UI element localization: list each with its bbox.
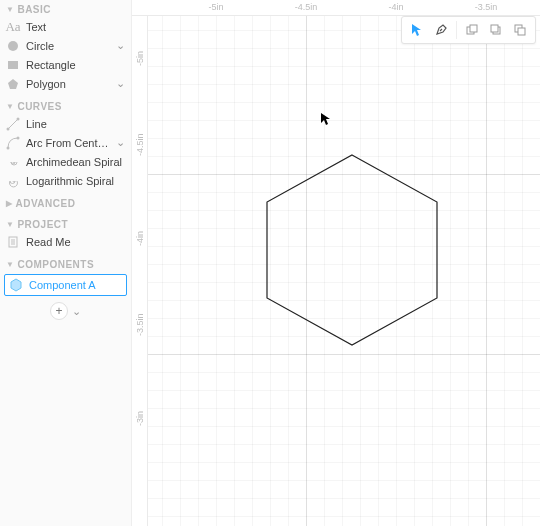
chevron-right-icon: ▶ (6, 199, 13, 208)
layer-back-button[interactable] (461, 19, 483, 41)
item-label: Logarithmic Spiral (26, 175, 125, 187)
chevron-down-icon: ⌄ (116, 77, 125, 90)
ruler-tick: -4.5in (135, 133, 145, 156)
svg-rect-15 (470, 25, 477, 32)
chevron-down-icon: ▼ (6, 5, 14, 14)
tool-rectangle[interactable]: Rectangle (0, 55, 131, 74)
svg-point-4 (7, 127, 10, 130)
svg-point-5 (17, 117, 20, 120)
tool-archimedean[interactable]: Archimedean Spiral (0, 152, 131, 171)
spiral-icon (6, 174, 20, 188)
section-advanced[interactable]: ▶ ADVANCED (0, 194, 131, 211)
toolbar-separator (456, 21, 457, 39)
item-label: Component A (29, 279, 96, 291)
ruler-tick: -5in (135, 51, 145, 66)
circle-icon (6, 39, 20, 53)
tool-logarithmic[interactable]: Logarithmic Spiral (0, 171, 131, 190)
svg-rect-1 (8, 61, 18, 69)
svg-rect-17 (491, 25, 498, 32)
ruler-tick: -4in (388, 2, 403, 12)
text-icon: Aa (6, 20, 20, 34)
chevron-down-icon: ⌄ (116, 39, 125, 52)
ruler-tick: -3in (135, 411, 145, 426)
layer-forward-button[interactable] (509, 19, 531, 41)
layer-backward-button[interactable] (485, 19, 507, 41)
svg-line-3 (8, 119, 18, 129)
ruler-tick: -4.5in (295, 2, 318, 12)
section-label: ADVANCED (16, 198, 76, 209)
pen-tool-button[interactable] (430, 19, 452, 41)
sidebar: ▼ BASIC Aa Text Circle ⌄ Rectangle Polyg… (0, 0, 132, 526)
polygon-icon (6, 77, 20, 91)
component-a[interactable]: Component A (4, 274, 127, 296)
item-label: Archimedean Spiral (26, 156, 125, 168)
ruler-horizontal: -5in -4.5in -4in -3.5in (132, 0, 540, 16)
svg-point-0 (8, 41, 18, 51)
item-label: Rectangle (26, 59, 125, 71)
item-label: Circle (26, 40, 110, 52)
section-curves: ▼ CURVES (0, 97, 131, 114)
project-readme[interactable]: Read Me (0, 232, 131, 251)
tool-polygon[interactable]: Polygon ⌄ (0, 74, 131, 93)
ruler-tick: -5in (208, 2, 223, 12)
tool-arc[interactable]: Arc From Cente… ⌄ (0, 133, 131, 152)
chevron-down-icon: ⌄ (116, 136, 125, 149)
rectangle-icon (6, 58, 20, 72)
item-label: Polygon (26, 78, 110, 90)
canvas-shape-hexagon[interactable] (262, 150, 442, 350)
section-label: PROJECT (17, 219, 68, 230)
section-label: COMPONENTS (17, 259, 94, 270)
document-icon (6, 235, 20, 249)
item-label: Arc From Cente… (26, 137, 110, 149)
arc-icon (6, 136, 20, 150)
section-label: CURVES (17, 101, 62, 112)
item-label: Read Me (26, 236, 125, 248)
ruler-tick: -4in (135, 231, 145, 246)
tool-circle[interactable]: Circle ⌄ (0, 36, 131, 55)
tool-text[interactable]: Aa Text (0, 17, 131, 36)
chevron-down-icon: ▼ (6, 220, 14, 229)
spiral-icon (6, 155, 20, 169)
select-tool-button[interactable] (406, 19, 428, 41)
line-icon (6, 117, 20, 131)
svg-marker-2 (8, 79, 18, 89)
canvas-area[interactable]: -5in -4.5in -4in -3.5in -3in -5in -4.5in… (132, 0, 540, 526)
svg-point-6 (7, 146, 10, 149)
ruler-tick: -3.5in (475, 2, 498, 12)
add-button[interactable]: + (50, 302, 68, 320)
tool-line[interactable]: Line (0, 114, 131, 133)
cursor-icon (320, 112, 334, 126)
svg-marker-13 (267, 155, 437, 345)
svg-rect-19 (518, 28, 525, 35)
section-project: ▼ PROJECT (0, 215, 131, 232)
chevron-down-icon: ▼ (6, 102, 14, 111)
item-label: Line (26, 118, 125, 130)
svg-marker-12 (11, 279, 21, 291)
add-component-row: + ⌄ (0, 296, 131, 326)
chevron-down-icon[interactable]: ⌄ (72, 305, 81, 318)
ruler-tick: -3.5in (135, 313, 145, 336)
section-components: ▼ COMPONENTS (0, 255, 131, 272)
canvas-toolbar (401, 16, 536, 44)
ruler-vertical: -5in -4.5in -4in -3.5in -3in (132, 0, 148, 526)
section-label: BASIC (17, 4, 51, 15)
item-label: Text (26, 21, 125, 33)
svg-point-7 (17, 136, 20, 139)
hexagon-icon (9, 278, 23, 292)
section-basic: ▼ BASIC (0, 0, 131, 17)
chevron-down-icon: ▼ (6, 260, 14, 269)
